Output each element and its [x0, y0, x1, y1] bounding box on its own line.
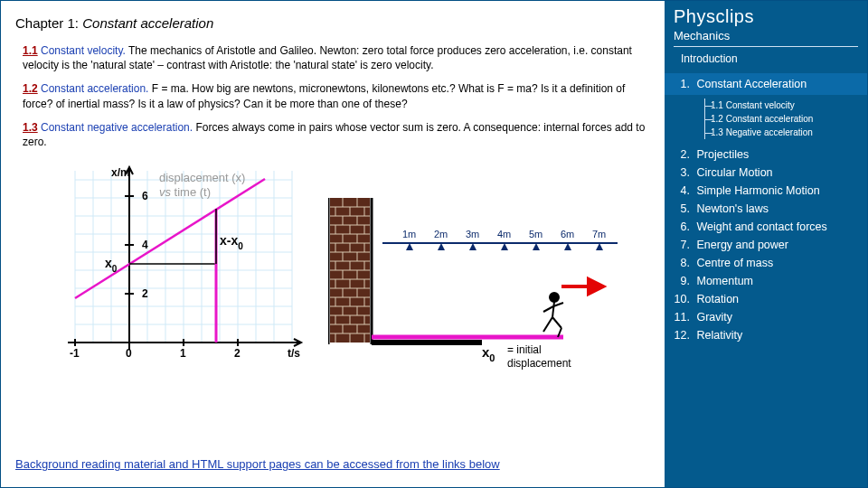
section-list: 1.1 Constant velocity. The mechanics of …	[15, 43, 650, 149]
velocity-arrow-icon	[561, 279, 603, 294]
nav-label: Energy and power	[696, 239, 788, 251]
nav-number: 9.	[674, 275, 690, 287]
nav-number: 4.	[674, 184, 690, 197]
svg-marker-97	[564, 243, 571, 250]
nav-label: Momentum	[696, 275, 753, 287]
divider	[674, 46, 858, 47]
nav-number: 1.	[674, 78, 690, 90]
nav-number: 7.	[674, 239, 690, 251]
scene-x0-desc1: = initial	[507, 343, 542, 356]
nav-number: 5.	[674, 202, 690, 215]
svg-marker-94	[469, 243, 476, 250]
xtick-2: 2	[234, 347, 241, 360]
svg-marker-95	[501, 243, 508, 250]
svg-marker-115	[589, 279, 603, 294]
svg-text:2m: 2m	[434, 229, 448, 239]
nav-number: 8.	[674, 257, 690, 269]
x0-label: x0	[105, 256, 118, 274]
nav-list: 1. Constant Acceleration1.1 Constant vel…	[674, 70, 858, 344]
svg-marker-96	[533, 243, 540, 250]
nav-label: Gravity	[696, 311, 732, 324]
figure-row: x/m t/s 6 4 2 -1 0 1 2 x0 x-x0 displacem…	[15, 162, 650, 370]
x-x0-label: x-x0	[220, 233, 243, 251]
section-item: 1.3 Constant negative acceleration. Forc…	[15, 120, 650, 149]
ruler-labels: 1m 2m 3m 4m 5m 6m 7m	[402, 229, 606, 239]
section-number[interactable]: 1.1	[23, 44, 38, 57]
nav-item[interactable]: 5. Newton's laws	[674, 200, 858, 218]
section-number[interactable]: 1.2	[23, 82, 38, 95]
nav-item[interactable]: 1. Constant Acceleration1.1 Constant vel…	[674, 70, 858, 145]
y-axis-label: x/m	[111, 166, 130, 179]
xtick-0: 0	[126, 347, 132, 360]
nav-label: Circular Motion	[696, 166, 772, 179]
svg-line-108	[552, 302, 554, 317]
nav-item[interactable]: 4. Simple Harmonic Motion	[674, 182, 858, 200]
scene-x0: x0	[482, 344, 495, 363]
nav-subitem[interactable]: 1.2 Constant acceleration	[705, 112, 858, 126]
graph-title-l1: displacement (x)	[159, 171, 245, 184]
nav-item[interactable]: 3. Circular Motion	[674, 164, 858, 182]
nav-item[interactable]: 12. Relativity	[674, 326, 858, 344]
svg-text:3m: 3m	[466, 229, 479, 239]
scene-x0-desc2: displacement	[507, 357, 571, 370]
nav-label: Relativity	[696, 329, 742, 342]
nav-label: Newton's laws	[696, 202, 769, 215]
svg-text:5m: 5m	[529, 229, 542, 239]
nav-label: Simple Harmonic Motion	[696, 184, 819, 197]
svg-text:7m: 7m	[592, 229, 606, 239]
site-logo[interactable]: Physclips	[674, 6, 858, 27]
nav-label: Constant Acceleration	[696, 78, 807, 90]
nav-item[interactable]: 7. Energy and power	[674, 236, 858, 254]
svg-text:6m: 6m	[561, 229, 574, 239]
nav-intro[interactable]: Introduction	[681, 52, 858, 65]
nav-item[interactable]: 2. Projectiles	[674, 145, 858, 164]
nav-subitem[interactable]: 1.1 Constant velocity	[705, 99, 858, 112]
svg-marker-92	[406, 243, 413, 250]
section-item: 1.1 Constant velocity. The mechanics of …	[15, 43, 650, 72]
ruler-ticks	[406, 243, 603, 250]
svg-line-110	[552, 317, 561, 328]
x-axis-label: t/s	[288, 347, 300, 360]
nav-number: 12.	[674, 329, 690, 342]
animation-scene: 1m 2m 3m 4m 5m 6m 7m	[328, 162, 627, 370]
section-title[interactable]: Constant acceleration.	[38, 82, 149, 95]
svg-text:1m: 1m	[402, 229, 416, 239]
runner-icon	[543, 293, 563, 337]
section-number[interactable]: 1.3	[23, 121, 38, 134]
nav-label: Rotation	[696, 293, 739, 305]
xtick--1: -1	[70, 347, 80, 360]
ytick-4: 4	[142, 239, 148, 251]
nav-label: Weight and contact forces	[696, 221, 826, 233]
xtick-1: 1	[180, 347, 186, 360]
page: Chapter 1: Constant acceleration 1.1 Con…	[0, 0, 868, 488]
main-content: Chapter 1: Constant acceleration 1.1 Con…	[1, 1, 665, 487]
graph-title-l2: vs time (t)	[159, 185, 211, 199]
section-title[interactable]: Constant negative acceleration.	[38, 121, 193, 134]
nav-label: Projectiles	[696, 148, 749, 161]
nav-item[interactable]: 8. Centre of mass	[674, 254, 858, 272]
ytick-2: 2	[142, 287, 148, 300]
nav-sublist: 1.1 Constant velocity1.2 Constant accele…	[704, 99, 858, 139]
svg-text:4m: 4m	[497, 229, 511, 239]
svg-point-107	[550, 293, 559, 302]
nav-label: Centre of mass	[696, 257, 773, 269]
section-title[interactable]: Constant velocity.	[38, 44, 126, 57]
svg-line-109	[543, 317, 552, 332]
nav-number: 2.	[674, 148, 690, 161]
svg-line-112	[543, 306, 553, 312]
chapter-heading: Chapter 1: Constant acceleration	[15, 15, 650, 31]
nav-item[interactable]: 6. Weight and contact forces	[674, 218, 858, 236]
brick-wall	[328, 198, 372, 344]
site-subtitle: Mechanics	[674, 29, 858, 42]
nav-item[interactable]: 9. Momentum	[674, 272, 858, 290]
nav-item[interactable]: 10. Rotation	[674, 290, 858, 308]
sidebar: Physclips Mechanics Introduction 1. Cons…	[665, 1, 867, 487]
svg-marker-93	[438, 243, 445, 250]
nav-subitem[interactable]: 1.3 Negative acceleration	[705, 126, 858, 139]
displacement-graph: x/m t/s 6 4 2 -1 0 1 2 x0 x-x0 displacem…	[57, 162, 310, 370]
chapter-prefix: Chapter 1:	[15, 15, 82, 31]
nav-number: 3.	[674, 166, 690, 179]
svg-marker-98	[596, 243, 603, 250]
support-link[interactable]: Background reading material and HTML sup…	[15, 457, 500, 471]
nav-item[interactable]: 11. Gravity	[674, 308, 858, 326]
